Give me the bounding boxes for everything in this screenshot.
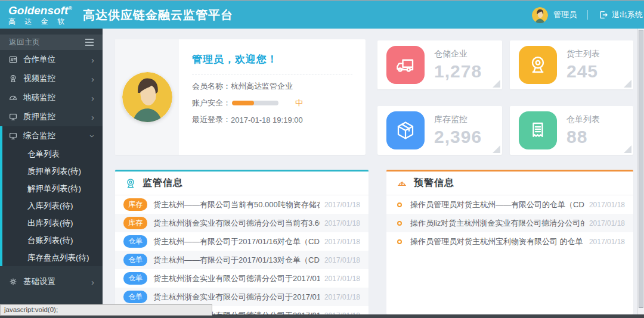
submenu-item-pledge-list[interactable]: 质押单列表(待)	[2, 163, 103, 180]
stat-value: 88	[566, 127, 600, 147]
submenu-label: 出库列表(待)	[27, 218, 73, 229]
tag-receipt: 仓单	[123, 235, 147, 248]
ring-bullet-icon	[397, 202, 402, 207]
last-login-row: 最近登录： 2017-01-18 19:19:00	[192, 111, 352, 128]
supervision-row[interactable]: 库存 货主杭州——有限公司当前有50.000吨物资存储在库... 2017/01…	[115, 195, 369, 214]
sidebar-item-label: 视频监控	[23, 73, 55, 84]
sidebar-item-home[interactable]: 返回主页	[0, 35, 103, 50]
submenu-item-inbound-list[interactable]: 入库列表(待)	[2, 197, 103, 214]
warning-panel-title: 预警信息	[414, 177, 454, 189]
member-name-value: 杭州高达监管企业	[231, 81, 293, 92]
supervision-row[interactable]: 仓单 货主杭州——有限公司于2017/01/13对仓单（CDDJ... 2017…	[115, 251, 369, 269]
row-text: 货主杭州浙金实业有限公司德清分公司于2017/01/0...	[153, 292, 320, 303]
brand-name-cn: 高 达 金 软	[8, 18, 72, 25]
ring-bullet-icon	[397, 221, 402, 226]
logout-button[interactable]: 退出系统	[599, 10, 644, 20]
supervision-panel-title: 监管信息	[143, 177, 183, 189]
sidebar-item-partners[interactable]: 合作单位 ›	[0, 50, 103, 69]
user-avatar-large	[122, 72, 172, 122]
row-text: 操作员管理员对货主杭州——有限公司的仓单（CDDJ...	[410, 199, 584, 210]
row-date: 2017/01/18	[324, 238, 360, 246]
cube-icon	[386, 111, 425, 149]
row-date: 2017/01/18	[324, 219, 360, 227]
submenu-item-outbound-list[interactable]: 出库列表(待)	[2, 214, 103, 232]
stat-card-warehouse-enterprises[interactable]: 仓储企业 1,278	[377, 40, 502, 89]
sidebar-item-video-monitor[interactable]: 视频监控 ›	[0, 69, 103, 88]
security-progress-bar	[232, 101, 278, 105]
stat-value: 1,278	[434, 61, 482, 82]
row-date: 2017/01/18	[589, 238, 625, 246]
sidebar-item-label: 质押监控	[23, 111, 55, 122]
dashboard-root: Goldensoft® 高 达 金 软 高达供应链金融云监管平台 管理员 退出系…	[0, 0, 644, 318]
row-date: 2017/01/18	[324, 201, 360, 209]
supervision-panel: 监管信息 库存 货主杭州——有限公司当前有50.000吨物资存储在库... 20…	[115, 170, 369, 318]
stat-card-inventory-monitor[interactable]: 库存监控 2,396	[377, 106, 502, 155]
gear-icon	[8, 277, 18, 286]
supervision-row[interactable]: 库存 货主杭州浙金实业有限公司德清分公司当前有3.600... 2017/01/…	[115, 214, 369, 232]
hamburger-icon[interactable]	[85, 39, 94, 46]
tag-stock: 库存	[123, 198, 147, 211]
account-security-row: 账户安全： 中	[192, 95, 352, 111]
stat-card-cargo-owners[interactable]: 货主列表 245	[510, 40, 633, 89]
tag-stock: 库存	[123, 217, 147, 229]
gauge-icon	[8, 93, 18, 102]
row-date: 2017/01/18	[589, 219, 625, 227]
welcome-title: 管理员，欢迎您！	[192, 52, 352, 66]
receipt-icon	[519, 111, 557, 149]
last-login-label: 最近登录：	[192, 114, 231, 125]
chevron-right-icon: ›	[91, 113, 94, 121]
welcome-card: 管理员，欢迎您！ 会员名称： 杭州高达监管企业 账户安全： 中 最近登录： 20…	[115, 39, 366, 155]
webcam-outline-icon	[125, 177, 137, 189]
camera-icon	[8, 74, 18, 83]
top-header: Goldensoft® 高 达 金 软 高达供应链金融云监管平台 管理员 退出系…	[0, 0, 644, 29]
submenu-item-ledger-list[interactable]: 台账列表(待)	[2, 232, 103, 249]
brand-name: Goldensoft	[8, 4, 68, 17]
security-progress-fill	[232, 101, 254, 105]
supervision-row[interactable]: 仓单 货主杭州浙金实业有限公司德清分公司于2017/01/0... 2017/0…	[115, 269, 369, 288]
warning-panel-header: 预警信息	[386, 172, 633, 195]
sidebar-submenu: 仓单列表 质押单列表(待) 解押单列表(待) 入库列表(待) 出库列表(待) 台…	[2, 145, 103, 266]
sidebar-item-comprehensive-monitor[interactable]: 综合监控 ›	[2, 126, 103, 145]
stat-label: 库存监控	[434, 114, 482, 125]
browser-status-tooltip: javascript:void(0);	[0, 304, 212, 316]
submenu-label: 解押单列表(待)	[27, 183, 81, 194]
warning-row[interactable]: 操作员liz对货主杭州浙金实业有限公司德清分公司的仓... 2017/01/18	[386, 214, 633, 232]
submenu-label: 入库列表(待)	[27, 201, 73, 211]
sidebar-item-pledge-monitor[interactable]: 质押监控 ›	[0, 107, 103, 126]
scrollbar-thumb[interactable]	[639, 30, 643, 308]
home-label: 返回主页	[9, 37, 40, 48]
brand-logo: Goldensoft® 高 达 金 软	[8, 5, 72, 25]
user-avatar[interactable]	[532, 7, 548, 23]
row-text: 操作员管理员对货主杭州宝利物资有限公司 的仓单（C...	[410, 236, 584, 247]
member-name-label: 会员名称：	[192, 81, 231, 92]
welcome-avatar-pane	[115, 39, 179, 155]
stat-label: 货主列表	[566, 49, 600, 60]
chevron-right-icon: ›	[91, 55, 94, 64]
logout-icon	[599, 10, 608, 20]
sidebar-item-settings[interactable]: 基础设置 ›	[0, 272, 103, 291]
warning-row[interactable]: 操作员管理员对货主杭州宝利物资有限公司 的仓单（C... 2017/01/18	[386, 232, 633, 251]
row-date: 2017/01/18	[324, 256, 360, 264]
chevron-right-icon: ›	[91, 278, 94, 286]
page-title: 高达供应链金融云监管平台	[83, 7, 233, 23]
sidebar-item-weighbridge-monitor[interactable]: 地磅监控 ›	[0, 88, 103, 107]
user-name-label[interactable]: 管理员	[553, 10, 577, 20]
siren-icon	[396, 177, 408, 189]
row-text: 操作员liz对货主杭州浙金实业有限公司德清分公司的仓...	[410, 218, 584, 229]
submenu-item-inventory-check-list[interactable]: 库存盘点列表(待)	[2, 249, 103, 266]
vertical-scrollbar[interactable]	[637, 29, 644, 318]
ring-bullet-icon	[397, 239, 402, 244]
welcome-info-pane: 管理员，欢迎您！ 会员名称： 杭州高达监管企业 账户安全： 中 最近登录： 20…	[179, 39, 366, 155]
warning-panel: 预警信息 操作员管理员对货主杭州——有限公司的仓单（CDDJ... 2017/0…	[386, 170, 633, 314]
chevron-right-icon: ›	[91, 74, 94, 83]
stat-value: 245	[566, 61, 600, 82]
row-text: 货主杭州浙金实业有限公司德清分公司于2017/01/0...	[153, 273, 320, 284]
last-login-value: 2017-01-18 19:19:00	[231, 116, 303, 124]
submenu-item-release-list[interactable]: 解押单列表(待)	[2, 180, 103, 197]
supervision-row[interactable]: 仓单 货主杭州——有限公司于2017/01/16对仓单（CDDJ... 2017…	[115, 232, 369, 251]
warning-row[interactable]: 操作员管理员对货主杭州——有限公司的仓单（CDDJ... 2017/01/18	[386, 195, 633, 214]
submenu-item-warehouse-receipts[interactable]: 仓单列表	[2, 145, 103, 163]
supervision-row[interactable]: 仓单 货主杭州浙金实业有限公司德清分公司于2017/01/0... 2017/0…	[115, 288, 369, 306]
stat-card-warehouse-receipts[interactable]: 仓单列表 88	[510, 106, 633, 155]
submenu-label: 库存盘点列表(待)	[27, 252, 89, 263]
